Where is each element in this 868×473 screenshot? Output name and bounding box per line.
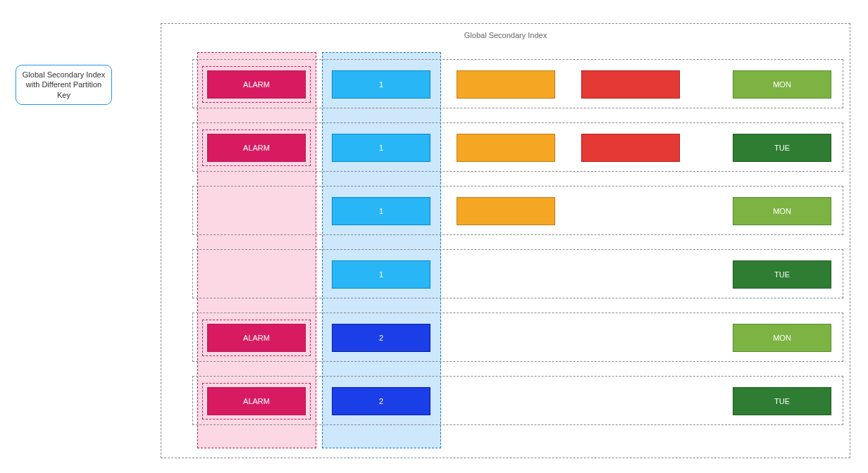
caption-text: Global Secondary Index with Different Pa… [22, 70, 106, 100]
rows-wrapper: ALARM 1 MON ALARM 1 TUE 1 MON 1 TUE ALAR… [192, 59, 843, 439]
table-row: 1 MON [192, 186, 843, 235]
attr-cell-orange [457, 134, 555, 162]
sort-cell: 2 [332, 324, 430, 352]
day-label: TUE [774, 144, 790, 152]
attr-cell-red [581, 70, 680, 99]
sort-label: 1 [379, 80, 383, 89]
container-title: Global Secondary Index [464, 31, 547, 39]
sort-cell: 1 [332, 197, 430, 225]
partition-cell: ALARM [207, 387, 306, 415]
table-row: 1 TUE [192, 249, 843, 298]
attr-cell-red [581, 134, 680, 162]
day-cell: MON [733, 197, 831, 225]
sort-label: 1 [379, 207, 383, 215]
sort-label: 2 [379, 397, 383, 405]
day-label: MON [773, 80, 791, 89]
caption-box: Global Secondary Index with Different Pa… [16, 65, 112, 105]
sort-label: 1 [379, 144, 383, 152]
day-label: TUE [774, 397, 790, 405]
partition-label: ALARM [243, 144, 270, 152]
table-row: ALARM 2 MON [192, 313, 843, 362]
day-label: MON [773, 334, 791, 342]
day-cell: TUE [733, 260, 831, 289]
sort-label: 2 [379, 334, 383, 342]
day-cell: MON [733, 324, 831, 352]
day-label: TUE [774, 270, 790, 279]
partition-label: ALARM [243, 334, 270, 342]
partition-label: ALARM [243, 397, 270, 405]
table-row: ALARM 1 TUE [192, 122, 843, 172]
day-label: MON [773, 207, 791, 215]
table-row: ALARM 1 MON [192, 59, 843, 108]
partition-label: ALARM [243, 80, 270, 89]
partition-cell: ALARM [207, 70, 306, 99]
attr-cell-orange [457, 70, 555, 99]
sort-cell: 1 [332, 134, 430, 162]
attr-cell-orange [457, 197, 555, 225]
sort-cell: 1 [332, 260, 430, 289]
partition-cell: ALARM [207, 324, 306, 352]
day-cell: MON [733, 70, 831, 99]
sort-cell: 1 [332, 70, 430, 99]
day-cell: TUE [733, 387, 831, 415]
sort-label: 1 [379, 270, 383, 279]
day-cell: TUE [733, 134, 831, 162]
gsi-container: Global Secondary Index ALARM 1 MON ALARM… [161, 23, 850, 458]
partition-cell: ALARM [207, 134, 306, 162]
sort-cell: 2 [332, 387, 430, 415]
table-row: ALARM 2 TUE [192, 376, 843, 425]
